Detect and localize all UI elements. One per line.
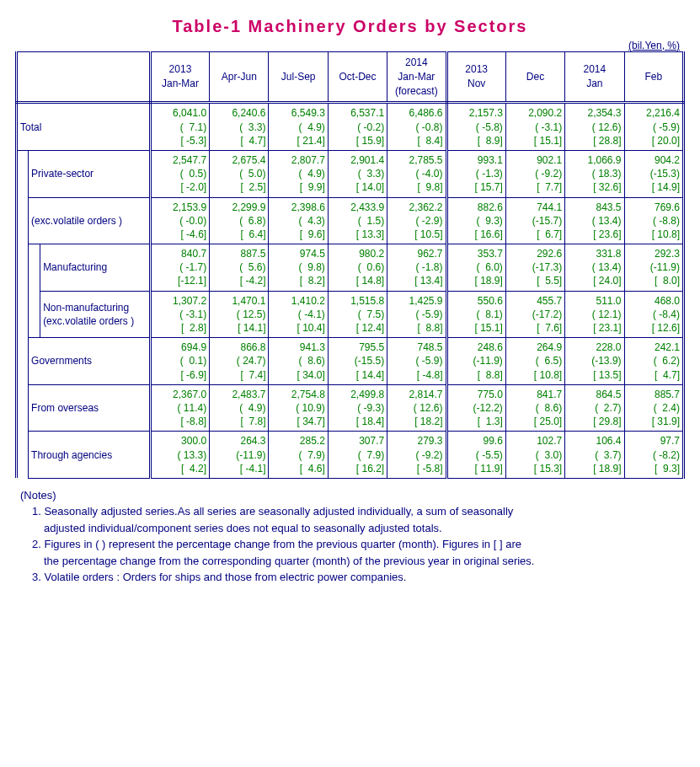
orders-table: 2013Jan-MarApr-JunJul-SepOct-Dec2014Jan-… — [15, 51, 685, 479]
data-cell: 331.8 ( 13.4) [ 24.0] — [565, 244, 624, 292]
data-cell: 228.0 (-13.9) [ 13.5] — [565, 338, 624, 385]
data-cell: 840.7 ( -1.7) [-12.1] — [150, 244, 209, 292]
data-cell: 962.7 ( -1.8) [ 13.4] — [387, 244, 446, 292]
data-cell: 2,398.6 ( 4.3) [ 9.6] — [269, 197, 328, 244]
data-cell: 993.1 ( -1.3) [ 15.7] — [446, 150, 505, 197]
data-cell: 748.5 ( -5.9) [ -4.8] — [387, 338, 446, 385]
data-cell: 1,410.2 ( -4.1) [ 10.4] — [269, 291, 328, 338]
data-cell: 248.6 (-11.9) [ 8.8] — [446, 338, 505, 385]
data-cell: 264.9 ( 6.5) [ 10.8] — [505, 338, 564, 385]
data-cell: 2,433.9 ( 1.5) [ 13.3] — [328, 197, 387, 244]
data-cell: 2,367.0 ( 11.4) [ -8.8] — [150, 384, 209, 432]
data-cell: 980.2 ( 0.6) [ 14.8] — [328, 244, 387, 292]
col-header: Dec — [505, 52, 564, 103]
data-cell: 2,547.7 ( 0.5) [ -2.0] — [150, 150, 209, 197]
data-cell: 1,425.9 ( -5.9) [ 8.8] — [387, 291, 446, 338]
data-cell: 2,216.4 ( -5.9) [ 20.0] — [624, 103, 683, 151]
data-cell: 2,807.7 ( 4.9) [ 9.9] — [269, 150, 328, 197]
data-cell: 795.5 (-15.5) [ 14.4] — [328, 338, 387, 385]
col-header: Jul-Sep — [269, 52, 328, 103]
data-cell: 882.6 ( 9.3) [ 16.6] — [446, 197, 505, 244]
data-cell: 843.5 ( 13.4) [ 23.6] — [565, 197, 624, 244]
col-header: Oct-Dec — [328, 52, 387, 103]
data-cell: 6,486.6 ( -0.8) [ 8.4] — [387, 103, 446, 151]
data-cell: 511.0 ( 12.1) [ 23.1] — [565, 291, 624, 338]
row-header-blank — [17, 52, 151, 103]
data-cell: 1,066.9 ( 18.3) [ 32.6] — [565, 150, 624, 197]
data-cell: 2,754.8 ( 10.9) [ 34.7] — [269, 384, 328, 432]
data-cell: 2,675.4 ( 5.0) [ 2.5] — [210, 150, 269, 197]
table-title: Table-1 Machinery Orders by Sectors — [15, 17, 685, 36]
data-cell: 264.3 (-11.9) [ -4.1] — [210, 432, 269, 479]
data-cell: 769.6 ( -8.8) [ 10.8] — [624, 197, 683, 244]
notes: (Notes) 1. Seasonally adjusted series.As… — [15, 487, 685, 586]
data-cell: 744.1 (-15.7) [ 6.7] — [505, 197, 564, 244]
data-cell: 2,090.2 ( -3.1) [ 15.1] — [505, 103, 564, 151]
row-label: Private-sector — [29, 150, 151, 197]
row-label: Governments — [29, 338, 151, 385]
data-cell: 2,153.9 ( -0.0) [ -4.6] — [150, 197, 209, 244]
data-cell: 941.3 ( 8.6) [ 34.0] — [269, 338, 328, 385]
indent-spacer — [29, 244, 40, 338]
data-cell: 2,785.5 ( -4.0) [ 9.8] — [387, 150, 446, 197]
note-1: 1. Seasonally adjusted series.As all ser… — [32, 503, 685, 520]
note-2: 2. Figures in ( ) represent the percenta… — [32, 536, 685, 553]
data-cell: 885.7 ( 2.4) [ 31.9] — [624, 384, 683, 432]
data-cell: 102.7 ( 3.0) [ 15.3] — [505, 432, 564, 479]
data-cell: 242.1 ( 6.2) [ 4.7] — [624, 338, 683, 385]
data-cell: 1,307.2 ( -3.1) [ 2.8] — [150, 291, 209, 338]
data-cell: 300.0 ( 13.3) [ 4.2] — [150, 432, 209, 479]
note-2-cont: the percentage change from the correspon… — [44, 553, 685, 570]
row-label: From overseas — [29, 384, 151, 432]
data-cell: 468.0 ( -8.4) [ 12.6] — [624, 291, 683, 338]
data-cell: 292.3 (-11.9) [ 8.0] — [624, 244, 683, 292]
data-cell: 99.6 ( -5.5) [ 11.9] — [446, 432, 505, 479]
indent-spacer — [17, 150, 29, 478]
data-cell: 2,362.2 ( -2.9) [ 10.5] — [387, 197, 446, 244]
col-header: 2013Jan-Mar — [150, 52, 209, 103]
data-cell: 902.1 ( -9.2) [ 7.7] — [505, 150, 564, 197]
data-cell: 279.3 ( -9.2) [ -5.8] — [387, 432, 446, 479]
row-label: (exc.volatile orders ) — [29, 197, 151, 244]
data-cell: 106.4 ( 3.7) [ 18.9] — [565, 432, 624, 479]
data-cell: 2,299.9 ( 6.8) [ 6.4] — [210, 197, 269, 244]
data-cell: 2,814.7 ( 12.6) [ 18.2] — [387, 384, 446, 432]
notes-header: (Notes) — [20, 487, 685, 504]
data-cell: 866.8 ( 24.7) [ 7.4] — [210, 338, 269, 385]
data-cell: 6,549.3 ( 4.9) [ 21.4] — [269, 103, 328, 151]
data-cell: 1,515.8 ( 7.5) [ 12.4] — [328, 291, 387, 338]
data-cell: 6,041.0 ( 7.1) [ -5.3] — [150, 103, 209, 151]
data-cell: 1,470.1 ( 12.5) [ 14.1] — [210, 291, 269, 338]
data-cell: 775.0 (-12.2) [ 1.3] — [446, 384, 505, 432]
data-cell: 353.7 ( 6.0) [ 18.9] — [446, 244, 505, 292]
data-cell: 307.7 ( 7.9) [ 16.2] — [328, 432, 387, 479]
col-header: 2014Jan — [565, 52, 624, 103]
data-cell: 2,499.8 ( -9.3) [ 18.4] — [328, 384, 387, 432]
data-cell: 292.6 (-17.3) [ 5.5] — [505, 244, 564, 292]
row-label: Non-manufacturing (exc.volatile orders ) — [40, 291, 151, 338]
data-cell: 974.5 ( 9.8) [ 8.2] — [269, 244, 328, 292]
data-cell: 2,483.7 ( 4.9) [ 7.8] — [210, 384, 269, 432]
data-cell: 864.5 ( 2.7) [ 29.8] — [565, 384, 624, 432]
data-cell: 285.2 ( 7.9) [ 4.6] — [269, 432, 328, 479]
data-cell: 841.7 ( 8.6) [ 25.0] — [505, 384, 564, 432]
col-header: 2013Nov — [446, 52, 505, 103]
col-header: Feb — [624, 52, 683, 103]
data-cell: 694.9 ( 0.1) [ -6.9] — [150, 338, 209, 385]
unit-label: (bil.Yen, %) — [15, 40, 685, 51]
data-cell: 2,901.4 ( 3.3) [ 14.0] — [328, 150, 387, 197]
note-1-cont: adjusted individual/component series doe… — [44, 520, 685, 537]
col-header: Apr-Jun — [210, 52, 269, 103]
data-cell: 550.6 ( 8.1) [ 15.1] — [446, 291, 505, 338]
data-cell: 904.2 (-15.3) [ 14.9] — [624, 150, 683, 197]
data-cell: 887.5 ( 5.6) [ -4.2] — [210, 244, 269, 292]
data-cell: 2,157.3 ( -5.8) [ 8.9] — [446, 103, 505, 151]
row-label: Manufacturing — [40, 244, 151, 292]
data-cell: 455.7 (-17.2) [ 7.6] — [505, 291, 564, 338]
data-cell: 6,240.6 ( 3.3) [ 4.7] — [210, 103, 269, 151]
col-header: 2014Jan-Mar(forecast) — [387, 52, 446, 103]
row-label: Total — [17, 103, 151, 151]
data-cell: 97.7 ( -8.2) [ 9.3] — [624, 432, 683, 479]
note-3: 3. Volatile orders : Orders for ships an… — [32, 569, 685, 586]
data-cell: 6,537.1 ( -0.2) [ 15.9] — [328, 103, 387, 151]
